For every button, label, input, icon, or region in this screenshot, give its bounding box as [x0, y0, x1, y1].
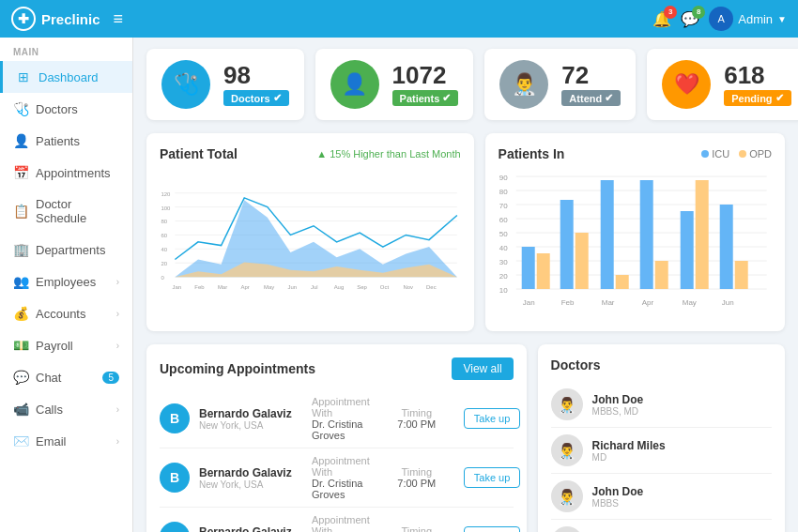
appt-timing: Timing 7:00 PM	[379, 407, 454, 430]
admin-label: Admin	[738, 12, 773, 26]
sidebar-item-chat[interactable]: 💬 Chat 5	[0, 361, 132, 393]
patients-in-title: Patients In	[499, 146, 565, 161]
appt-with: Appointment With Dr. Cristina Groves	[312, 455, 370, 500]
sidebar-item-label: Doctor Schedule	[36, 197, 119, 225]
doctors-badge-label: Doctors	[231, 93, 270, 104]
svg-text:50: 50	[499, 230, 507, 238]
patient-total-svg: 120 100 80 60 40 20 0	[160, 169, 461, 314]
appt-avatar: B	[160, 463, 190, 493]
chart-legend: ICU OPD	[701, 148, 772, 160]
sidebar-item-departments[interactable]: 🏢 Departments	[0, 234, 132, 266]
bar	[719, 205, 732, 289]
patients-stat-label-badge: Patients ✔	[392, 90, 459, 106]
doctor-schedule-icon: 📋	[13, 204, 28, 219]
chevron-right-icon: ›	[116, 341, 119, 351]
svg-text:60: 60	[161, 233, 167, 238]
svg-text:Feb: Feb	[560, 298, 574, 307]
appt-with-label: Appointment With	[312, 396, 370, 418]
take-up-button[interactable]: Take up	[464, 526, 521, 532]
svg-text:Sep: Sep	[357, 284, 367, 290]
bar	[654, 261, 668, 289]
sidebar-item-label: Email	[36, 434, 67, 448]
appt-timing-value: 7:00 PM	[379, 478, 454, 489]
svg-text:0: 0	[161, 275, 164, 281]
pending-stat-label-badge: Pending ✔	[724, 90, 790, 106]
appointments-list: B Bernardo Galaviz New York, USA Appoint…	[160, 389, 514, 532]
sidebar-item-doctors[interactable]: 🩺 Doctors	[0, 93, 132, 125]
svg-text:120: 120	[161, 191, 171, 197]
bar	[536, 253, 549, 289]
appt-with: Appointment With Dr. Cristina Groves	[312, 396, 370, 441]
sidebar-item-email[interactable]: ✉️ Email ›	[0, 425, 132, 457]
sidebar-item-accounts[interactable]: 💰 Accounts ›	[0, 297, 132, 329]
admin-menu[interactable]: A Admin ▼	[709, 7, 787, 31]
hamburger-button[interactable]: ≡	[114, 9, 124, 29]
svg-text:Apr: Apr	[240, 284, 249, 290]
appt-timing: Timing 7:00 PM	[379, 525, 454, 532]
opd-legend: OPD	[739, 148, 772, 160]
doctor-info: John Doe MBBS	[592, 485, 644, 509]
icu-dot	[701, 150, 709, 158]
appt-name: Bernardo Galaviz	[199, 525, 302, 533]
sidebar-item-doctor-schedule[interactable]: 📋 Doctor Schedule	[0, 189, 132, 234]
doctor-row: 👨‍⚕️ John Doe MBBS, MD	[551, 382, 772, 428]
sidebar-item-label: Patients	[36, 134, 80, 148]
doctor-info: Richard Miles MD	[592, 439, 666, 463]
sidebar-item-appointments[interactable]: 📅 Appointments	[0, 157, 132, 189]
notification-button[interactable]: 🔔 3	[652, 10, 671, 28]
bar	[615, 275, 628, 289]
sidebar-item-dashboard[interactable]: ⊞ Dashboard	[0, 61, 132, 93]
appointment-row: B Bernardo Galaviz New York, USA Appoint…	[160, 448, 514, 508]
take-up-button[interactable]: Take up	[464, 467, 521, 488]
sidebar-item-patients[interactable]: 👤 Patients	[0, 125, 132, 157]
bottom-row: Upcoming Appointments View all B Bernard…	[146, 344, 785, 532]
doctors-list: 👨‍⚕️ John Doe MBBS, MD 👨‍⚕️ Richard Mile…	[551, 382, 772, 532]
doctors-stat-badge: Doctors ✔	[223, 90, 289, 106]
svg-text:Oct: Oct	[380, 284, 390, 290]
pending-stat-badge: Pending ✔	[724, 90, 790, 106]
svg-text:May: May	[682, 298, 696, 307]
topnav-right: 🔔 3 💬 8 A Admin ▼	[652, 7, 787, 31]
appt-name: Bernardo Galaviz	[199, 466, 302, 479]
doctor-avatar: 👨‍⚕️	[551, 526, 583, 532]
pending-stat-number: 618	[724, 63, 790, 87]
appt-name: Bernardo Galaviz	[199, 407, 302, 420]
sidebar-item-payroll[interactable]: 💵 Payroll ›	[0, 329, 132, 361]
doctors-header: Doctors	[551, 357, 772, 372]
stat-card-doctors: 🩺 98 Doctors ✔	[146, 49, 304, 120]
doctors-icon: 🩺	[13, 101, 28, 116]
stat-card-attend: 👨‍⚕️ 72 Attend ✔	[484, 49, 636, 120]
doctors-stat-label-badge: Doctors ✔	[223, 90, 289, 106]
dashboard-icon: ⊞	[16, 69, 31, 84]
appointments-title: Upcoming Appointments	[160, 361, 315, 376]
message-badge: 8	[692, 6, 705, 19]
employees-icon: 👥	[13, 274, 28, 289]
appt-location: New York, USA	[199, 479, 302, 490]
svg-text:30: 30	[499, 258, 507, 266]
app-name: Preclinic	[41, 11, 100, 27]
check-icon: ✔	[605, 92, 613, 104]
opd-dot	[739, 150, 746, 158]
bar	[560, 200, 573, 289]
chat-icon: 💬	[13, 370, 28, 385]
sidebar-item-employees[interactable]: 👥 Employees ›	[0, 266, 132, 297]
view-all-button[interactable]: View all	[452, 357, 513, 380]
sidebar-item-calls[interactable]: 📹 Calls ›	[0, 393, 132, 425]
doctor-avatar: 👨‍⚕️	[551, 434, 583, 466]
appt-with-label: Appointment With	[312, 514, 370, 532]
logo: ✚ Preclinic	[11, 7, 100, 31]
appt-timing-label: Timing	[379, 407, 454, 418]
notification-badge: 3	[664, 6, 677, 19]
payroll-icon: 💵	[13, 338, 28, 353]
patients-stat-icon: 👤	[330, 60, 379, 109]
message-button[interactable]: 💬 8	[681, 10, 699, 28]
doctor-degree: MBBS, MD	[592, 406, 644, 417]
patient-total-subtitle: ▲ 15% Higher than Last Month	[316, 148, 460, 160]
svg-text:Dec: Dec	[426, 284, 437, 290]
take-up-button[interactable]: Take up	[464, 408, 521, 429]
patients-stat-info: 1072 Patients ✔	[392, 63, 459, 106]
doctor-row: 👨‍⚕️ Richard Miles MD	[551, 428, 772, 474]
stat-card-pending: ❤️ 618 Pending ✔	[647, 49, 798, 120]
appt-timing-value: 7:00 PM	[379, 418, 454, 430]
check-icon: ✔	[273, 92, 282, 104]
